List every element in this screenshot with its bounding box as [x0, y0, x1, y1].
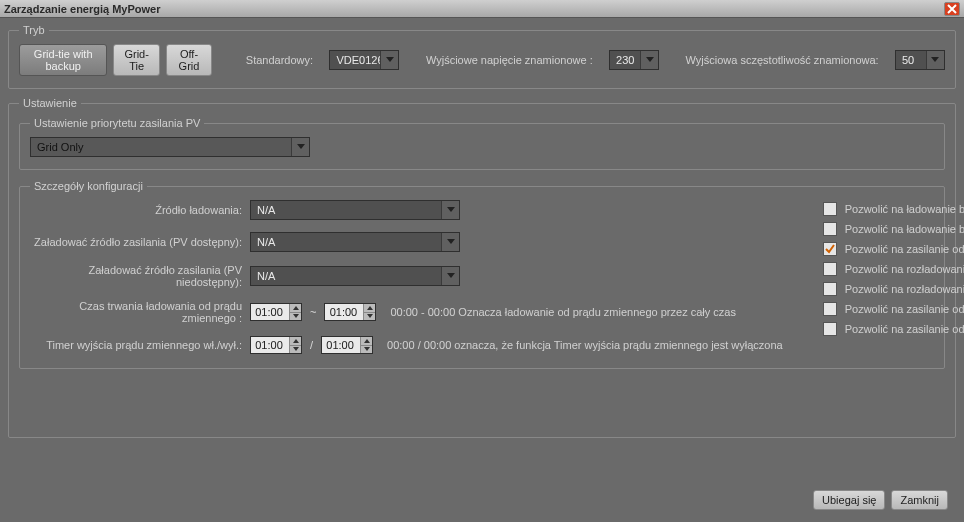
time-input[interactable]	[322, 339, 358, 351]
checkbox-label: Pozwolić na zasilanie od sieci	[845, 243, 964, 255]
close-button[interactable]: Zamknij	[891, 490, 948, 510]
chevron-down-icon	[291, 138, 309, 156]
mode-grid-tie-backup-button[interactable]: Grid-tie with backup	[19, 44, 107, 76]
chevron-down-icon	[441, 233, 459, 251]
freq-value: 50	[902, 54, 914, 66]
config-group: Szczegóły konfiguracji Źródło ładowania:…	[19, 180, 945, 369]
priority-select[interactable]: Grid Only	[30, 137, 310, 157]
ac-charge-duration-label: Czas trwania ładowania od prądu zmienneg…	[30, 300, 250, 324]
checkbox[interactable]	[823, 282, 837, 296]
checkbox[interactable]	[823, 242, 837, 256]
priority-value: Grid Only	[37, 141, 83, 153]
spinner-icon[interactable]	[360, 337, 372, 353]
ac-output-hint: 00:00 / 00:00 oznacza, że funkcja Timer …	[387, 339, 783, 351]
window-title: Zarządzanie energią MyPower	[4, 3, 161, 15]
priority-group: Ustawienie priorytetu zasilania PV Grid …	[19, 117, 945, 170]
standard-label: Standardowy:	[246, 54, 313, 66]
chevron-down-icon	[441, 267, 459, 285]
apply-button[interactable]: Ubiegaj się	[813, 490, 885, 510]
charging-source-select[interactable]: N/A	[250, 200, 460, 220]
time-input[interactable]	[325, 306, 361, 318]
mode-grid-tie-button[interactable]: Grid-Tie	[113, 44, 159, 76]
checkbox-label: Pozwolić na rozładowanie baterii przy ni…	[845, 283, 964, 295]
ac-charge-time-start[interactable]	[250, 303, 302, 321]
spinner-icon[interactable]	[363, 304, 375, 320]
settings-group: Ustawienie Ustawienie priorytetu zasilan…	[8, 97, 956, 438]
checkbox-row[interactable]: Pozwolić na rozładowanie baterii przy ni…	[823, 282, 964, 296]
charging-source-value: N/A	[257, 204, 275, 216]
mode-legend: Tryb	[19, 24, 49, 36]
checkbox[interactable]	[823, 222, 837, 236]
checkbox-row[interactable]: Pozwolić na ładowanie baterii	[823, 202, 964, 216]
checkbox[interactable]	[823, 302, 837, 316]
load-pv-unavail-label: Załadować źródło zasilania (PV niedostęp…	[30, 264, 250, 288]
separator-tilde: ~	[310, 306, 316, 318]
chevron-down-icon	[441, 201, 459, 219]
charging-source-label: Źródło ładowania:	[30, 204, 250, 216]
checkbox-row[interactable]: Pozwolić na zasilanie od sieci przy nied…	[823, 322, 964, 336]
mode-off-grid-button[interactable]: Off-Grid	[166, 44, 212, 76]
voltage-select[interactable]: 230	[609, 50, 659, 70]
voltage-value: 230	[616, 54, 634, 66]
spinner-icon[interactable]	[289, 304, 301, 320]
checkbox-row[interactable]: Pozwolić na zasilanie od sieci przy dost…	[823, 302, 964, 316]
checkbox-label: Pozwolić na rozładowanie baterii przy do…	[845, 263, 964, 275]
chevron-down-icon	[640, 51, 658, 69]
checkbox[interactable]	[823, 262, 837, 276]
config-legend: Szczegóły konfiguracji	[30, 180, 147, 192]
load-pv-avail-value: N/A	[257, 236, 275, 248]
checkbox-row[interactable]: Pozwolić na ładowanie baterii prądem zmi…	[823, 222, 964, 236]
standard-value: VDE0126	[336, 54, 383, 66]
load-pv-unavail-value: N/A	[257, 270, 275, 282]
ac-charge-hint: 00:00 - 00:00 Oznacza ładowanie od prądu…	[390, 306, 736, 318]
ac-output-time-on[interactable]	[250, 336, 302, 354]
time-input[interactable]	[251, 306, 287, 318]
checkbox-label: Pozwolić na zasilanie od sieci przy nied…	[845, 323, 964, 335]
ac-charge-time-end[interactable]	[324, 303, 376, 321]
checkbox-row[interactable]: Pozwolić na rozładowanie baterii przy do…	[823, 262, 964, 276]
load-pv-unavail-select[interactable]: N/A	[250, 266, 460, 286]
standard-select[interactable]: VDE0126	[329, 50, 399, 70]
checkbox[interactable]	[823, 322, 837, 336]
checkbox[interactable]	[823, 202, 837, 216]
separator-slash: /	[310, 339, 313, 351]
freq-select[interactable]: 50	[895, 50, 945, 70]
mode-group: Tryb Grid-tie with backup Grid-Tie Off-G…	[8, 24, 956, 89]
priority-legend: Ustawienie priorytetu zasilania PV	[30, 117, 204, 129]
load-pv-avail-select[interactable]: N/A	[250, 232, 460, 252]
ac-output-timer-label: Timer wyjścia prądu zmiennego wł./wył.:	[30, 339, 250, 351]
spinner-icon[interactable]	[289, 337, 301, 353]
ac-output-time-off[interactable]	[321, 336, 373, 354]
checkbox-row[interactable]: Pozwolić na zasilanie od sieci	[823, 242, 964, 256]
voltage-label: Wyjściowe napięcie znamionowe :	[426, 54, 593, 66]
chevron-down-icon	[380, 51, 398, 69]
freq-label: Wyjściowa sczęstotliwość znamionowa:	[686, 54, 879, 66]
close-icon[interactable]	[944, 2, 960, 16]
load-pv-avail-label: Załadować źródło zasilania (PV dostępny)…	[30, 236, 250, 248]
time-input[interactable]	[251, 339, 287, 351]
checkbox-label: Pozwolić na ładowanie baterii prądem zmi…	[845, 223, 964, 235]
chevron-down-icon	[926, 51, 944, 69]
titlebar: Zarządzanie energią MyPower	[0, 0, 964, 18]
checkbox-label: Pozwolić na ładowanie baterii	[845, 203, 964, 215]
checkbox-label: Pozwolić na zasilanie od sieci przy dost…	[845, 303, 964, 315]
settings-legend: Ustawienie	[19, 97, 81, 109]
